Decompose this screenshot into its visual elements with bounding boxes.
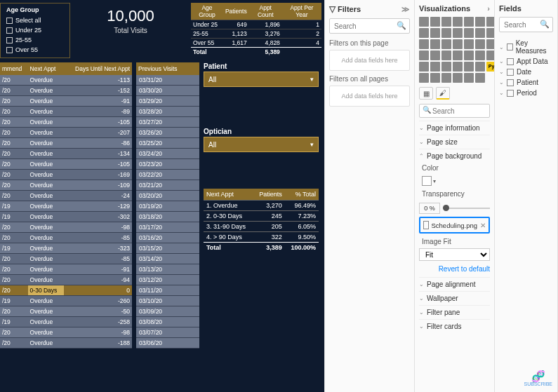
list-item[interactable]: 03/29/20 (136, 96, 199, 107)
transparency-value[interactable]: 0 % (419, 203, 440, 214)
table-row[interactable]: /200-30 Days0 (0, 285, 132, 296)
age-summary-table[interactable]: Age GroupPatientsAppt CountAppt Per Year… (191, 3, 321, 58)
section-page-size[interactable]: ⌄Page size (419, 135, 490, 149)
visual-type-icon[interactable] (475, 73, 485, 83)
age-group-slicer[interactable]: Age Group Select allUnder 2525-55Over 55 (0, 3, 70, 58)
visual-type-icon[interactable] (453, 73, 463, 83)
table-row[interactable]: /20Overdue-113 (0, 75, 132, 86)
table-row[interactable]: 2. 0-30 Days2457.23% (204, 211, 319, 222)
visual-type-icon[interactable] (419, 62, 429, 72)
table-row[interactable]: /20Overdue-94 (0, 275, 132, 285)
visual-type-icon[interactable] (486, 39, 495, 49)
table-row[interactable]: /19Overdue-302 (0, 212, 132, 222)
visual-type-icon[interactable] (486, 17, 495, 27)
field-table[interactable]: ⌄Key Measures (499, 38, 553, 56)
visual-type-icon[interactable] (441, 28, 451, 38)
slicer-option[interactable]: Over 55 (6, 45, 64, 55)
table-row[interactable]: /20Overdue-188 (0, 338, 132, 349)
visual-type-icon[interactable] (453, 17, 463, 27)
fields-tab-icon[interactable]: ▦ (419, 87, 433, 100)
table-row[interactable]: /20Overdue-152 (0, 86, 132, 96)
visual-type-icon[interactable] (486, 50, 495, 60)
section-page-alignment[interactable]: ⌄Page alignment (419, 277, 490, 291)
list-item[interactable]: 03/26/20 (136, 128, 199, 138)
visual-type-icon[interactable] (486, 28, 495, 38)
list-item[interactable]: 03/06/20 (136, 338, 199, 349)
filters-allpages-dropzone[interactable]: Add data fields here (329, 86, 410, 107)
visual-type-icon[interactable] (464, 28, 474, 38)
visual-type-icon[interactable] (464, 50, 474, 60)
visual-type-icon[interactable] (430, 73, 440, 83)
list-item[interactable]: 03/08/20 (136, 317, 199, 327)
section-wallpaper[interactable]: ⌄Wallpaper (419, 291, 490, 305)
table-row[interactable]: /20Overdue-134 (0, 149, 132, 159)
table-row[interactable]: /20Overdue-98 (0, 222, 132, 233)
list-item[interactable]: 03/17/20 (136, 222, 199, 233)
visual-type-icon[interactable] (475, 62, 485, 72)
visual-type-icon[interactable] (453, 39, 463, 49)
visual-type-icon[interactable] (419, 28, 429, 38)
visual-type-icon[interactable] (419, 17, 429, 27)
table-row[interactable]: /20Overdue-50 (0, 306, 132, 317)
list-item[interactable]: 03/19/20 (136, 201, 199, 212)
table-row[interactable]: /20Overdue-105 (0, 159, 132, 170)
field-table[interactable]: ⌄Date (499, 67, 553, 77)
visual-type-icon[interactable] (453, 50, 463, 60)
list-item[interactable]: 03/14/20 (136, 254, 199, 264)
list-item[interactable]: 03/12/20 (136, 275, 199, 285)
visual-type-icon[interactable] (464, 62, 474, 72)
list-item[interactable]: 03/23/20 (136, 159, 199, 170)
visual-type-icon[interactable] (441, 17, 451, 27)
table-row[interactable]: /20Overdue-91 (0, 96, 132, 107)
table-row[interactable]: 1. Overdue3,27096.49% (204, 201, 319, 211)
optician-dropdown[interactable]: All▾ (204, 137, 319, 152)
next-appt-summary-table[interactable]: Next ApptPatients% Total1. Overdue3,2709… (204, 186, 319, 252)
format-tab-icon[interactable]: 🖌 (436, 87, 450, 100)
revert-to-default-link[interactable]: Revert to default (419, 265, 490, 273)
list-item[interactable]: 03/10/20 (136, 296, 199, 306)
list-item[interactable]: 03/16/20 (136, 233, 199, 243)
patient-dropdown[interactable]: All▾ (204, 72, 319, 87)
bg-color-chip[interactable] (422, 176, 432, 186)
table-row[interactable]: /19Overdue-258 (0, 317, 132, 327)
visual-type-icon[interactable] (453, 28, 463, 38)
section-page-background[interactable]: ⌃Page background (419, 149, 490, 163)
table-row[interactable]: Over 551,6174,8284 (191, 39, 321, 48)
list-item[interactable]: 03/20/20 (136, 191, 199, 201)
visual-type-icon[interactable] (441, 62, 451, 72)
visual-type-icon[interactable] (464, 17, 474, 27)
visual-type-icon[interactable] (441, 73, 451, 83)
table-row[interactable]: Under 256491,8961 (191, 20, 321, 29)
visual-type-icon[interactable] (475, 50, 485, 60)
table-row[interactable]: /20Overdue-91 (0, 264, 132, 275)
list-item[interactable]: 03/27/20 (136, 117, 199, 128)
section-filter-cards[interactable]: ⌄Filter cards (419, 319, 490, 333)
collapse-icon[interactable]: ≫ (401, 5, 410, 14)
field-table[interactable]: ⌄Patient (499, 77, 553, 88)
bg-image-selection[interactable]: Scheduling.png ✕ (419, 217, 490, 234)
visual-type-icon[interactable] (464, 39, 474, 49)
remove-image-icon[interactable]: ✕ (480, 222, 486, 229)
transparency-slider[interactable] (443, 208, 490, 209)
table-row[interactable]: /19Overdue-323 (0, 243, 132, 254)
chevron-down-icon[interactable]: ▾ (433, 178, 436, 184)
list-item[interactable]: 03/15/20 (136, 243, 199, 254)
image-fit-select[interactable]: Fit (419, 248, 490, 261)
visual-type-icon[interactable] (475, 28, 485, 38)
list-item[interactable]: 03/21/20 (136, 180, 199, 191)
table-row[interactable]: /19Overdue-260 (0, 296, 132, 306)
visual-type-icon[interactable] (430, 17, 440, 27)
appointments-table[interactable]: mmendNext ApptDays Until Next Appt/20Ove… (0, 62, 132, 371)
list-item[interactable]: 03/28/20 (136, 107, 199, 117)
list-item[interactable]: 03/31/20 (136, 75, 199, 86)
table-row[interactable]: 25-551,1233,2762 (191, 29, 321, 39)
slicer-option[interactable]: Select all (6, 15, 64, 25)
visual-type-icon[interactable] (441, 39, 451, 49)
section-filter-pane[interactable]: ⌄Filter pane (419, 305, 490, 319)
table-row[interactable]: 4. > 90 Days3229.50% (204, 232, 319, 243)
list-item[interactable]: 03/18/20 (136, 212, 199, 222)
visual-type-icon[interactable] (430, 28, 440, 38)
slicer-option[interactable]: 25-55 (6, 35, 64, 45)
table-row[interactable]: /20Overdue-169 (0, 170, 132, 180)
visual-type-icon[interactable] (419, 73, 429, 83)
